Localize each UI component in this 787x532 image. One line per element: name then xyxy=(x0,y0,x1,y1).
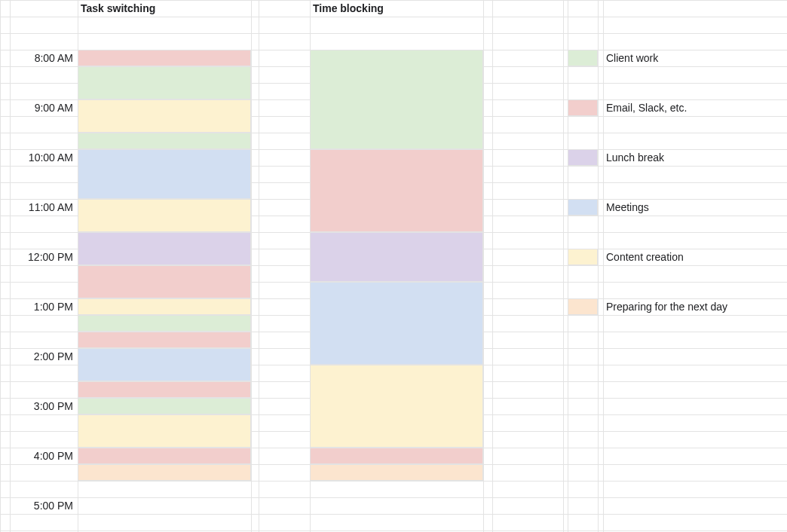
time-label: 5:00 PM xyxy=(0,500,73,512)
spreadsheet-grid: Task switching Time blocking 8:00 AM 9:0… xyxy=(0,0,787,532)
grid-hline xyxy=(0,530,787,531)
time-blocking-block[interactable] xyxy=(310,365,483,448)
task-switching-block[interactable] xyxy=(78,414,251,448)
time-blocking-block[interactable] xyxy=(310,149,483,232)
task-switching-block[interactable] xyxy=(78,298,251,315)
time-label: 9:00 AM xyxy=(0,102,73,114)
grid-hline xyxy=(0,497,787,498)
legend-label: Email, Slack, etc. xyxy=(606,102,687,114)
grid-vline xyxy=(483,0,484,532)
grid-vline xyxy=(568,0,568,532)
header-time-blocking: Time blocking xyxy=(313,2,384,14)
header-task-switching: Task switching xyxy=(81,2,155,14)
legend-swatch-email xyxy=(568,99,598,116)
legend-swatch-prep xyxy=(568,298,598,315)
legend-swatch-lunch xyxy=(568,149,598,166)
task-switching-block[interactable] xyxy=(78,265,251,298)
grid-hline xyxy=(0,17,787,17)
legend-swatch-content xyxy=(568,249,598,265)
task-switching-block[interactable] xyxy=(78,381,251,398)
task-switching-block[interactable] xyxy=(78,348,251,381)
grid-vline xyxy=(0,0,1,532)
time-label: 3:00 PM xyxy=(0,400,73,412)
time-blocking-block[interactable] xyxy=(310,50,483,149)
time-label: 8:00 AM xyxy=(0,52,73,64)
grid-vline xyxy=(603,0,604,532)
grid-vline xyxy=(563,0,564,532)
grid-vline xyxy=(251,0,252,532)
legend-swatch-client xyxy=(568,50,598,66)
task-switching-block[interactable] xyxy=(78,50,251,66)
task-switching-block[interactable] xyxy=(78,315,251,332)
task-switching-block[interactable] xyxy=(78,99,251,133)
task-switching-block[interactable] xyxy=(78,464,251,481)
task-switching-block[interactable] xyxy=(78,66,251,99)
legend-label: Preparing for the next day xyxy=(606,301,727,313)
time-blocking-block[interactable] xyxy=(310,282,483,365)
task-switching-block[interactable] xyxy=(78,199,251,232)
time-blocking-block[interactable] xyxy=(310,232,483,282)
legend-label: Content creation xyxy=(606,251,684,263)
task-switching-block[interactable] xyxy=(78,332,251,348)
legend-swatch-meetings xyxy=(568,199,598,216)
task-switching-block[interactable] xyxy=(78,133,251,149)
time-blocking-block[interactable] xyxy=(310,448,483,464)
grid-vline xyxy=(492,0,493,532)
time-label: 2:00 PM xyxy=(0,350,73,362)
task-switching-block[interactable] xyxy=(78,448,251,464)
grid-hline xyxy=(0,33,787,34)
task-switching-block[interactable] xyxy=(78,149,251,199)
grid-hline xyxy=(0,514,787,515)
legend-label: Lunch break xyxy=(606,151,664,164)
grid-hline xyxy=(0,481,787,482)
grid-vline xyxy=(598,0,599,532)
time-label: 1:00 PM xyxy=(0,301,73,313)
time-label: 4:00 PM xyxy=(0,450,73,462)
grid-vline xyxy=(10,0,11,532)
time-label: 12:00 PM xyxy=(0,251,73,263)
grid-hline xyxy=(0,0,787,1)
time-blocking-block[interactable] xyxy=(310,464,483,481)
task-switching-block[interactable] xyxy=(78,398,251,414)
time-label: 10:00 AM xyxy=(0,151,73,164)
legend-label: Client work xyxy=(606,52,658,64)
time-label: 11:00 AM xyxy=(0,201,73,213)
legend-label: Meetings xyxy=(606,201,649,213)
grid-vline xyxy=(259,0,259,532)
task-switching-block[interactable] xyxy=(78,232,251,265)
